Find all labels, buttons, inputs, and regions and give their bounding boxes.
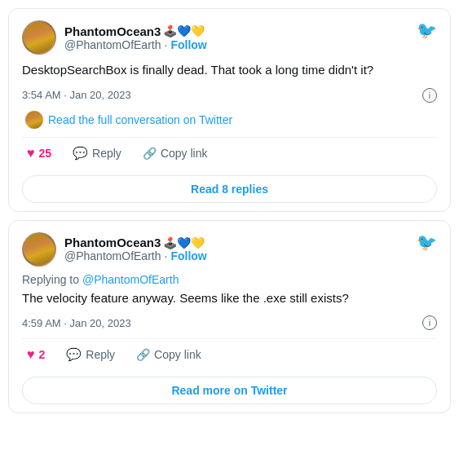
heart-icon-1: ♥ [27,146,35,161]
read-conversation-1: Read the full conversation on Twitter [22,111,437,129]
convo-avatar-1 [25,111,43,129]
display-name-2: PhantomOcean3 🕹️💙💛 [64,236,207,249]
tweet-header-left-2: PhantomOcean3 🕹️💙💛 @PhantomOfEarth · Fol… [22,232,207,267]
reply-button-2[interactable]: 💬 Reply [61,344,120,365]
emoji-icons-2: 🕹️💙💛 [163,236,205,249]
tweet-header-left-1: PhantomOcean3 🕹️💙💛 @PhantomOfEarth · Fol… [22,20,207,55]
copy-label-2: Copy link [154,348,201,361]
tweet-header-2: PhantomOcean3 🕹️💙💛 @PhantomOfEarth · Fol… [22,232,437,267]
copy-button-1[interactable]: 🔗 Copy link [138,143,213,163]
read-replies-button-1[interactable]: Read 8 replies [22,175,437,203]
heart-count-2: 2 [39,348,46,361]
tweet-header-1: PhantomOcean3 🕹️💙💛 @PhantomOfEarth · Fol… [22,20,437,55]
username-line-2: @PhantomOfEarth · Follow [64,249,207,262]
copy-button-2[interactable]: 🔗 Copy link [131,345,206,364]
tweet-timestamp-2: 4:59 AM · Jan 20, 2023 i [22,315,437,330]
copy-label-1: Copy link [161,147,208,160]
reply-button-1[interactable]: 💬 Reply [68,143,126,164]
read-convo-link-1[interactable]: Read the full conversation on Twitter [48,113,232,126]
info-icon-2[interactable]: i [422,315,437,330]
follow-button-2[interactable]: Follow [170,249,206,262]
tweet-timestamp-1: 3:54 AM · Jan 20, 2023 i [22,88,437,103]
username-text-1: PhantomOcean3 [64,24,161,38]
heart-button-1[interactable]: ♥ 25 [22,143,56,164]
tweet-body-2: The velocity feature anyway. Seems like … [22,289,437,308]
timestamp-text-2: 4:59 AM · Jan 20, 2023 [22,317,131,329]
read-more-button-2[interactable]: Read more on Twitter [22,377,437,404]
user-info-2: PhantomOcean3 🕹️💙💛 @PhantomOfEarth · Fol… [64,236,207,262]
replying-to-2: Replying to @PhantomOfEarth [22,273,437,286]
emoji-icons-1: 🕹️💙💛 [163,24,205,37]
avatar-1 [22,20,56,55]
replying-to-handle-2: @PhantomOfEarth [82,273,179,286]
at-username-2: @PhantomOfEarth [64,249,161,262]
dot-separator-1: · [165,38,168,51]
tweet-actions-2: ♥ 2 💬 Reply 🔗 Copy link [22,338,437,370]
timestamp-text-1: 3:54 AM · Jan 20, 2023 [22,89,131,101]
dot-separator-2: · [165,249,168,262]
avatar-2 [22,232,56,267]
twitter-bird-icon-1: 🐦 [417,20,437,40]
copy-icon-2: 🔗 [136,348,150,361]
tweet-card-1: PhantomOcean3 🕹️💙💛 @PhantomOfEarth · Fol… [8,8,451,212]
user-info-1: PhantomOcean3 🕹️💙💛 @PhantomOfEarth · Fol… [64,24,207,51]
reply-icon-1: 💬 [73,146,88,161]
heart-count-1: 25 [39,147,52,160]
reply-label-2: Reply [86,348,115,361]
at-username-1: @PhantomOfEarth [64,38,161,51]
heart-icon-2: ♥ [27,347,35,362]
reply-label-1: Reply [92,147,121,160]
heart-button-2[interactable]: ♥ 2 [22,344,50,365]
username-line-1: @PhantomOfEarth · Follow [64,38,207,51]
copy-icon-1: 🔗 [143,147,157,160]
display-name-1: PhantomOcean3 🕹️💙💛 [64,24,207,38]
info-icon-1[interactable]: i [422,88,437,103]
follow-button-1[interactable]: Follow [170,38,206,51]
reply-icon-2: 💬 [66,347,82,362]
twitter-bird-icon-2: 🐦 [417,232,437,252]
tweet-body-1: DesktopSearchBox is finally dead. That t… [22,61,437,80]
username-text-2: PhantomOcean3 [64,236,161,249]
tweet-actions-1: ♥ 25 💬 Reply 🔗 Copy link [22,137,437,169]
tweet-card-2: PhantomOcean3 🕹️💙💛 @PhantomOfEarth · Fol… [8,220,451,414]
